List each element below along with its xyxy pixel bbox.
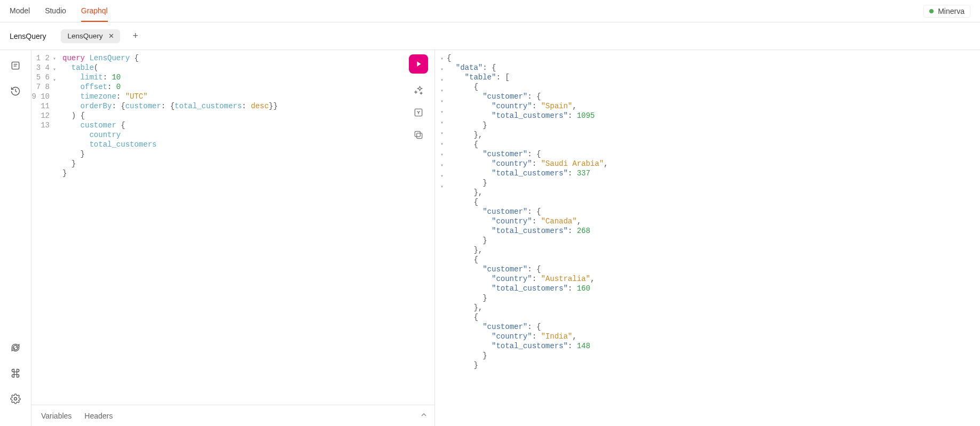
tab-studio[interactable]: Studio	[45, 0, 66, 22]
tab-model[interactable]: Model	[10, 0, 30, 22]
top-nav: Model Studio Graphql Minerva	[0, 0, 980, 22]
history-icon[interactable]	[10, 85, 21, 97]
user-badge[interactable]: Minerva	[923, 5, 970, 18]
docs-icon[interactable]	[10, 60, 21, 71]
main-area: 1 2 3 4 5 6 7 8 9 10 11 12 13 ▾ ▾ ▾ quer…	[0, 50, 980, 426]
document-tab[interactable]: LensQuery ✕	[61, 29, 120, 43]
merge-icon[interactable]	[413, 107, 424, 118]
document-title: LensQuery	[10, 32, 46, 41]
svg-rect-6	[417, 133, 422, 139]
query-code[interactable]: query LensQuery { table( limit: 10 offse…	[60, 53, 434, 405]
line-gutter: 1 2 3 4 5 6 7 8 9 10 11 12 13	[31, 53, 53, 405]
add-tab-button[interactable]: +	[130, 29, 142, 43]
keyboard-shortcuts-icon[interactable]	[10, 367, 21, 379]
close-icon[interactable]: ✕	[107, 32, 116, 41]
user-name: Minerva	[938, 7, 965, 15]
document-tab-bar: LensQuery LensQuery ✕ +	[0, 22, 980, 50]
query-editor[interactable]: 1 2 3 4 5 6 7 8 9 10 11 12 13 ▾ ▾ ▾ quer…	[31, 50, 434, 405]
copy-icon[interactable]	[413, 129, 424, 141]
svg-rect-0	[12, 62, 19, 69]
svg-rect-3	[14, 372, 17, 375]
query-editor-panel: 1 2 3 4 5 6 7 8 9 10 11 12 13 ▾ ▾ ▾ quer…	[31, 50, 435, 426]
editor-actions	[409, 54, 428, 141]
refresh-icon[interactable]	[10, 342, 21, 353]
run-button[interactable]	[409, 54, 428, 74]
editor-footer: Variables Headers	[31, 405, 434, 426]
status-dot-icon	[929, 9, 934, 13]
tab-graphql[interactable]: Graphql	[81, 0, 108, 22]
response-panel[interactable]: ▾ ▾ ▾ ▾ ▾ ▾ ▾ ▾ ▾ ▾ ▾ ▾ ▾ { "data": { "t…	[435, 50, 980, 426]
top-nav-tabs: Model Studio Graphql	[10, 0, 108, 22]
footer-tab-variables[interactable]: Variables	[41, 412, 72, 420]
response-json: { "data": { "table": [ { "customer": { "…	[446, 53, 980, 423]
chevron-up-icon[interactable]	[420, 411, 428, 421]
document-tab-label: LensQuery	[67, 32, 102, 40]
left-sidebar	[0, 50, 31, 426]
content-area: 1 2 3 4 5 6 7 8 9 10 11 12 13 ▾ ▾ ▾ quer…	[31, 50, 980, 426]
svg-rect-7	[415, 131, 420, 136]
footer-tab-headers[interactable]: Headers	[84, 412, 113, 420]
fold-gutter[interactable]: ▾ ▾ ▾	[53, 53, 60, 405]
magic-wand-icon[interactable]	[413, 84, 424, 96]
svg-point-4	[14, 398, 17, 400]
settings-icon[interactable]	[10, 393, 21, 405]
response-fold-gutter[interactable]: ▾ ▾ ▾ ▾ ▾ ▾ ▾ ▾ ▾ ▾ ▾ ▾ ▾	[438, 53, 446, 423]
